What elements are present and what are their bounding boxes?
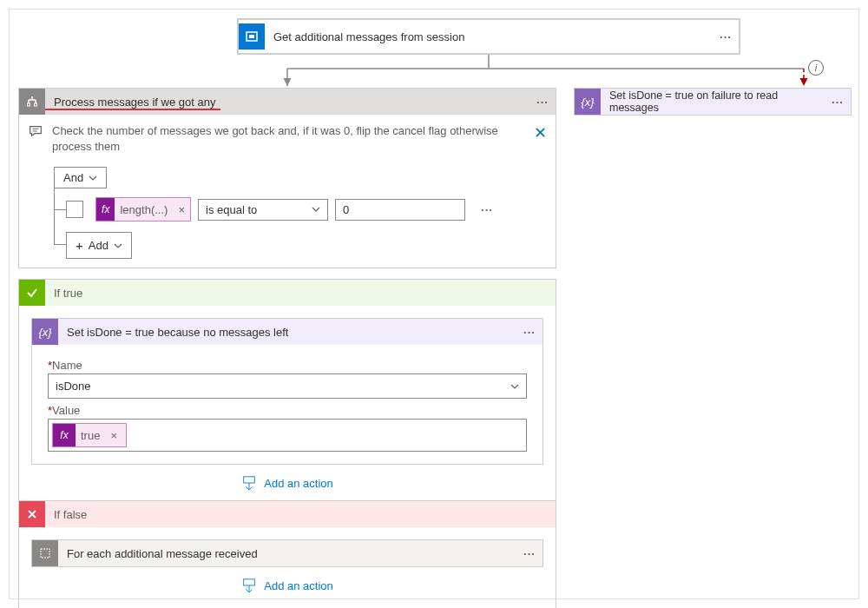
action-title: Set isDone = true because no messages le… — [58, 326, 516, 339]
expression-pill[interactable]: fx length(...) × — [95, 197, 191, 221]
checkmark-icon — [19, 280, 45, 306]
remove-token-icon[interactable]: × — [173, 203, 190, 216]
chevron-down-icon — [89, 174, 97, 182]
add-condition-button[interactable]: + Add — [66, 232, 132, 259]
condition-row: fx length(...) × is equal to 0 ··· — [66, 197, 526, 221]
add-action-icon — [241, 475, 257, 491]
plus-icon: + — [76, 238, 83, 253]
svg-rect-12 — [41, 549, 49, 558]
value-input[interactable]: 0 — [335, 199, 465, 221]
condition-comment: Check the number of messages we got back… — [52, 123, 526, 155]
action-get-additional-messages[interactable]: Get additional messages from session ··· — [237, 18, 740, 55]
more-menu-icon[interactable]: ··· — [713, 30, 739, 43]
action-title: For each additional message received — [58, 547, 516, 560]
foreach-icon — [32, 540, 58, 566]
condition-header[interactable]: Process messages if we got any ··· — [19, 89, 556, 115]
svg-rect-10 — [244, 477, 255, 483]
svg-rect-6 — [28, 103, 30, 106]
close-comment-icon[interactable]: ✕ — [534, 123, 547, 142]
if-false-branch: If false For each additional message rec… — [18, 500, 556, 608]
set-variable-action: {x} Set isDone = true because no message… — [31, 318, 543, 465]
failure-action-card: {x} Set isDone = true on failure to read… — [574, 88, 852, 116]
run-after-info-icon[interactable]: i — [808, 60, 824, 76]
condition-icon — [19, 89, 45, 115]
row-checkbox[interactable] — [66, 201, 83, 218]
foreach-action: For each additional message received ··· — [31, 539, 543, 567]
x-icon — [19, 501, 45, 527]
value-field-label: *Value — [48, 404, 527, 417]
action-title: Get additional messages from session — [265, 30, 713, 43]
operator-select[interactable]: is equal to — [198, 199, 328, 221]
if-false-header[interactable]: If false — [19, 501, 556, 527]
validation-underline — [45, 109, 220, 110]
servicebus-icon — [239, 23, 265, 50]
svg-rect-5 — [249, 35, 254, 38]
designer-canvas: i Get additional messages from session ·… — [9, 9, 859, 599]
if-true-branch: If true {x} Set isDone = true because no… — [18, 279, 556, 507]
name-select[interactable]: isDone — [48, 373, 527, 399]
comment-icon — [28, 123, 45, 141]
action-title: Set isDone = true on failure to read mes… — [601, 89, 825, 114]
chevron-down-icon — [510, 382, 519, 391]
condition-title: Process messages if we got any — [45, 96, 529, 109]
add-action-button[interactable]: Add an action — [31, 465, 543, 494]
more-menu-icon[interactable]: ··· — [825, 96, 851, 109]
more-menu-icon[interactable]: ··· — [516, 547, 542, 560]
if-false-title: If false — [45, 508, 556, 521]
variable-icon: {x} — [575, 89, 601, 115]
value-input[interactable]: fx true × — [48, 419, 527, 452]
chevron-down-icon — [312, 205, 320, 214]
if-true-header[interactable]: If true — [19, 280, 556, 306]
add-action-icon — [241, 578, 257, 593]
svg-rect-7 — [35, 103, 37, 106]
more-menu-icon[interactable]: ··· — [516, 326, 542, 339]
chevron-down-icon — [114, 241, 122, 250]
condition-card: Process messages if we got any ··· ✕ Che… — [18, 88, 556, 268]
set-variable-header[interactable]: {x} Set isDone = true because no message… — [32, 319, 542, 345]
row-more-icon[interactable]: ··· — [474, 203, 500, 216]
expression-pill[interactable]: fx true × — [52, 423, 127, 447]
remove-token-icon[interactable]: × — [105, 429, 122, 442]
more-menu-icon[interactable]: ··· — [529, 96, 556, 109]
if-true-title: If true — [45, 287, 556, 300]
add-action-button[interactable]: Add an action — [31, 567, 543, 597]
fx-icon: fx — [53, 424, 76, 446]
svg-rect-13 — [244, 579, 255, 585]
foreach-header[interactable]: For each additional message received ··· — [32, 540, 542, 566]
failure-action-header[interactable]: {x} Set isDone = true on failure to read… — [575, 89, 851, 115]
name-field-label: *Name — [48, 359, 527, 372]
fx-icon: fx — [96, 198, 115, 221]
variable-icon: {x} — [32, 319, 58, 345]
